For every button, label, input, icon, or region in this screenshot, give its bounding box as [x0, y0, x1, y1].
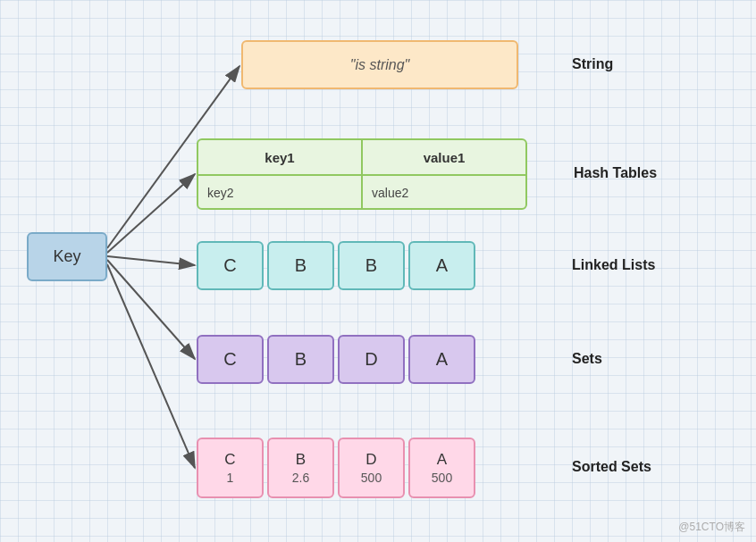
linked-lists-type-label: Linked Lists — [572, 257, 655, 273]
ss-letter-0: C — [224, 450, 235, 470]
ll-cell-0: C — [197, 241, 264, 290]
ll-cell-2: B — [338, 241, 405, 290]
ll-cell-3: A — [408, 241, 475, 290]
hash-table-header: key1 value1 — [198, 140, 525, 176]
svg-line-2 — [107, 174, 195, 253]
ss-letter-3: A — [437, 450, 447, 470]
svg-line-4 — [107, 260, 195, 359]
ss-val-3: 500 — [432, 470, 452, 486]
ll-cell-1: B — [267, 241, 334, 290]
hash-table-row: key2 value2 — [198, 176, 525, 210]
svg-line-5 — [107, 264, 195, 468]
set-cell-2: D — [338, 335, 405, 384]
hash-row-value: value2 — [363, 176, 525, 210]
ss-cell-2: D 500 — [338, 438, 405, 498]
ss-letter-1: B — [296, 450, 306, 470]
key-box: Key — [27, 232, 107, 281]
diagram-container: Key "is string" String key1 value1 key2 … — [0, 0, 756, 542]
ss-cell-1: B 2.6 — [267, 438, 334, 498]
set-cell-1: B — [267, 335, 334, 384]
hash-header-value: value1 — [363, 140, 525, 174]
string-value: "is string" — [350, 57, 409, 73]
sets-type-label: Sets — [572, 351, 602, 367]
watermark: @51CTO博客 — [678, 520, 745, 535]
hash-row-key: key2 — [198, 176, 363, 210]
ss-val-0: 1 — [227, 470, 234, 486]
ss-letter-2: D — [365, 450, 376, 470]
set-cell-3: A — [408, 335, 475, 384]
hash-table-box: key1 value1 key2 value2 — [197, 138, 527, 210]
sets-box: C B D A — [197, 335, 475, 384]
string-box: "is string" — [241, 40, 518, 89]
set-cell-0: C — [197, 335, 264, 384]
sorted-sets-type-label: Sorted Sets — [572, 459, 651, 475]
ss-val-2: 500 — [361, 470, 382, 486]
ss-cell-3: A 500 — [408, 438, 475, 498]
sorted-sets-box: C 1 B 2.6 D 500 A 500 — [197, 438, 475, 498]
key-label: Key — [53, 247, 80, 266]
svg-line-3 — [107, 256, 195, 265]
string-type-label: String — [572, 56, 613, 72]
hash-type-label: Hash Tables — [574, 165, 657, 181]
linked-list-box: C B B A — [197, 241, 475, 290]
ss-cell-0: C 1 — [197, 438, 264, 498]
hash-header-key: key1 — [198, 140, 363, 174]
ss-val-1: 2.6 — [292, 470, 309, 486]
